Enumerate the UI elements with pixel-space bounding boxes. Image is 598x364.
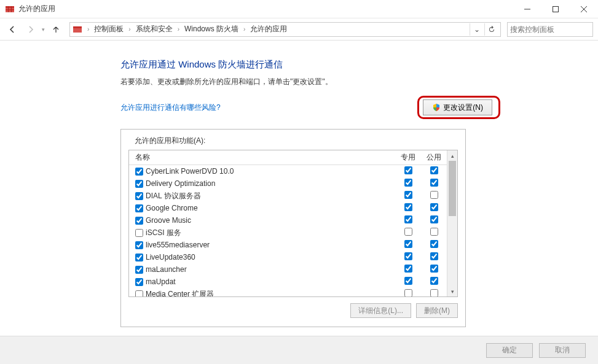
row-public-checkbox[interactable] (430, 289, 438, 296)
row-public-checkbox[interactable] (430, 252, 438, 260)
row-private-checkbox[interactable] (404, 265, 412, 273)
row-enabled-checkbox[interactable] (135, 217, 143, 225)
change-settings-button[interactable]: 更改设置(N) (423, 99, 492, 115)
row-app-name: Delivery Optimization (146, 179, 215, 188)
row-app-name: Google Chrome (146, 204, 198, 212)
maximize-button[interactable] (541, 0, 570, 18)
remove-button[interactable]: 删除(M) (416, 303, 458, 318)
row-public-cell (421, 215, 447, 225)
row-public-checkbox[interactable] (430, 265, 438, 273)
breadcrumb-item[interactable]: 允许的应用 (248, 23, 289, 36)
highlight-annotation: 更改设置(N) (417, 96, 500, 119)
minimize-button[interactable] (513, 0, 541, 18)
row-enabled-checkbox[interactable] (135, 290, 143, 297)
scroll-thumb[interactable] (449, 161, 456, 216)
row-public-cell (421, 166, 447, 176)
scroll-track[interactable] (447, 161, 457, 286)
row-enabled-checkbox[interactable] (135, 180, 143, 188)
table-row[interactable]: LiveUpdate360 (129, 251, 447, 263)
row-public-checkbox[interactable] (430, 191, 438, 199)
cancel-button[interactable]: 取消 (539, 343, 586, 358)
row-private-checkbox[interactable] (404, 203, 412, 211)
table-row[interactable]: CyberLink PowerDVD 10.0 (129, 165, 447, 177)
breadcrumb-item[interactable]: 系统和安全 (133, 23, 175, 36)
row-public-cell (421, 203, 447, 213)
svg-rect-6 (553, 7, 559, 12)
row-private-cell (395, 277, 421, 287)
row-app-name: maLauncher (146, 265, 187, 274)
row-enabled-checkbox[interactable] (135, 266, 143, 274)
row-private-checkbox[interactable] (404, 277, 412, 285)
breadcrumb-dropdown[interactable]: ⌄ (470, 23, 483, 36)
details-button[interactable]: 详细信息(L)... (350, 303, 411, 318)
table-row[interactable]: Media Center 扩展器 (129, 288, 447, 296)
table-row[interactable]: iSCSI 服务 (129, 227, 447, 239)
row-private-checkbox[interactable] (404, 215, 412, 223)
up-button[interactable] (49, 22, 63, 37)
scroll-down-button[interactable]: ▾ (447, 286, 457, 296)
row-app-name: maUpdat (146, 277, 176, 286)
row-public-checkbox[interactable] (430, 215, 438, 223)
table-row[interactable]: Groove Music (129, 214, 447, 227)
table-row[interactable]: DIAL 协议服务器 (129, 190, 447, 202)
row-public-checkbox[interactable] (430, 203, 438, 211)
row-enabled-checkbox[interactable] (135, 254, 143, 261)
ok-button[interactable]: 确定 (486, 343, 533, 358)
page-subtext: 若要添加、更改或删除所允许的应用和端口，请单击"更改设置"。 (120, 77, 598, 87)
table-row[interactable]: maUpdat (129, 276, 447, 288)
row-enabled-checkbox[interactable] (135, 278, 143, 286)
firewall-icon (73, 25, 82, 34)
allowed-apps-panel: 允许的应用和功能(A): 名称 专用 公用 CyberLink PowerDVD… (120, 129, 466, 327)
row-enabled-checkbox[interactable] (135, 168, 143, 176)
row-private-cell (395, 240, 421, 250)
col-private-header[interactable]: 专用 (395, 152, 421, 163)
scroll-up-button[interactable]: ▴ (447, 150, 457, 161)
chevron-right-icon: › (243, 26, 245, 33)
breadcrumb-item[interactable]: 控制面板 (92, 23, 126, 36)
row-public-checkbox[interactable] (430, 240, 438, 248)
table-row[interactable]: live555mediaserver (129, 239, 447, 251)
row-public-checkbox[interactable] (430, 166, 438, 174)
row-enabled-checkbox[interactable] (135, 204, 143, 212)
row-private-checkbox[interactable] (404, 289, 412, 296)
svg-rect-3 (8, 6, 9, 12)
row-private-cell (395, 215, 421, 225)
back-button[interactable] (5, 22, 20, 37)
row-enabled-checkbox[interactable] (135, 192, 143, 200)
row-public-cell (421, 191, 447, 201)
row-private-checkbox[interactable] (404, 179, 412, 187)
close-button[interactable] (570, 0, 598, 18)
row-private-checkbox[interactable] (404, 191, 412, 199)
table-row[interactable]: Google Chrome (129, 202, 447, 214)
risk-link[interactable]: 允许应用进行通信有哪些风险? (120, 103, 221, 113)
table-row[interactable]: Delivery Optimization (129, 177, 447, 190)
search-box[interactable] (507, 22, 593, 37)
window-title: 允许的应用 (18, 4, 55, 14)
change-settings-label: 更改设置(N) (443, 103, 483, 113)
row-public-checkbox[interactable] (430, 228, 438, 236)
refresh-button[interactable] (484, 23, 498, 36)
row-private-checkbox[interactable] (404, 228, 412, 236)
row-public-checkbox[interactable] (430, 179, 438, 187)
scrollbar[interactable]: ▴ ▾ (447, 150, 457, 296)
list-header: 名称 专用 公用 (129, 150, 447, 165)
breadcrumb-bar[interactable]: › 控制面板 › 系统和安全 › Windows 防火墙 › 允许的应用 ⌄ (69, 22, 501, 37)
col-name-header[interactable]: 名称 (129, 152, 395, 163)
row-enabled-checkbox[interactable] (135, 241, 143, 249)
table-row[interactable]: maLauncher (129, 263, 447, 276)
row-private-checkbox[interactable] (404, 252, 412, 260)
row-enabled-checkbox[interactable] (135, 229, 143, 237)
breadcrumb-item[interactable]: Windows 防火墙 (182, 23, 241, 36)
row-name-cell: maUpdat (129, 277, 395, 286)
forward-button[interactable] (23, 22, 38, 37)
row-private-checkbox[interactable] (404, 166, 412, 174)
row-private-checkbox[interactable] (404, 240, 412, 248)
svg-rect-1 (6, 6, 14, 8)
row-app-name: LiveUpdate360 (146, 253, 195, 261)
history-dropdown[interactable]: ▾ (42, 26, 45, 33)
row-public-checkbox[interactable] (430, 277, 438, 285)
row-private-cell (395, 191, 421, 201)
dialog-footer: 确定 取消 (0, 336, 598, 364)
col-public-header[interactable]: 公用 (421, 152, 447, 163)
search-input[interactable] (510, 25, 598, 34)
